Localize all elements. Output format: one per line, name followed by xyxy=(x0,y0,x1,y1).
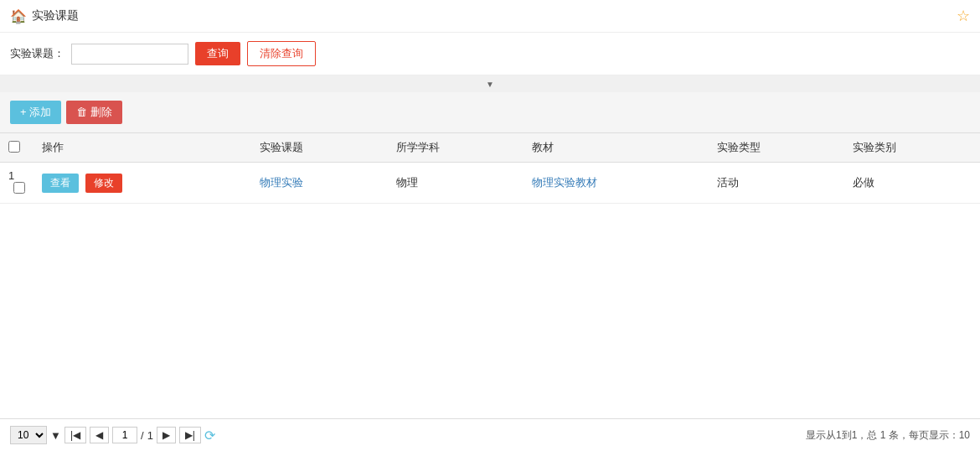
query-button[interactable]: 查询 xyxy=(195,42,240,65)
next-page-button[interactable]: ▶ xyxy=(157,427,176,443)
prev-page-button[interactable]: ◀ xyxy=(90,427,109,443)
page-info: 显示从1到1，总 1 条，每页显示：10 xyxy=(806,428,970,443)
page-separator: / xyxy=(141,429,144,442)
row-textbook-cell: 物理实验教材 xyxy=(524,163,709,204)
th-textbook: 教材 xyxy=(524,133,709,163)
table-wrapper: 操作 实验课题 所学学科 教材 实验类型 实验类别 1 查看 修改 物理实验 物… xyxy=(0,133,980,204)
page-size-arrow: ▼ xyxy=(50,429,61,442)
delete-button[interactable]: 🗑 删除 xyxy=(66,101,122,124)
toolbar: + 添加 🗑 删除 xyxy=(0,92,980,133)
refresh-button[interactable]: ⟳ xyxy=(204,428,215,443)
footer: 102050 ▼ |◀ ◀ / 1 ▶ ▶| ⟳ 显示从1到1，总 1 条，每页… xyxy=(0,418,980,451)
search-label: 实验课题： xyxy=(10,46,64,61)
page-title: 实验课题 xyxy=(32,8,79,23)
th-subject: 所学学科 xyxy=(388,133,524,163)
experiment-name-link[interactable]: 物理实验 xyxy=(260,176,303,189)
row-index-cell: 1 xyxy=(0,163,34,204)
data-table: 操作 实验课题 所学学科 教材 实验类型 实验类别 1 查看 修改 物理实验 物… xyxy=(0,133,980,204)
add-button[interactable]: + 添加 xyxy=(10,101,61,124)
home-icon: 🏠 xyxy=(10,8,27,24)
table-header-row: 操作 实验课题 所学学科 教材 实验类型 实验类别 xyxy=(0,133,980,163)
row-action-cell: 查看 修改 xyxy=(34,163,251,204)
row-category-cell: 必做 xyxy=(844,163,980,204)
total-pages: 1 xyxy=(147,429,153,442)
view-button[interactable]: 查看 xyxy=(42,174,79,193)
star-icon[interactable]: ☆ xyxy=(957,7,970,25)
collapse-bar[interactable]: ▼ xyxy=(0,75,980,92)
page-size-select[interactable]: 102050 xyxy=(10,426,47,444)
row-number: 1 xyxy=(8,169,14,182)
edit-button[interactable]: 修改 xyxy=(85,174,122,193)
pagination-left: 102050 ▼ |◀ ◀ / 1 ▶ ▶| ⟳ xyxy=(10,426,215,444)
current-page-input[interactable] xyxy=(112,427,137,443)
th-checkbox xyxy=(0,133,34,163)
select-all-checkbox[interactable] xyxy=(8,141,20,153)
first-page-button[interactable]: |◀ xyxy=(64,427,86,443)
page-header: 🏠 实验课题 ☆ xyxy=(0,0,980,33)
th-category: 实验类别 xyxy=(844,133,980,163)
last-page-button[interactable]: ▶| xyxy=(179,427,201,443)
row-type-cell: 活动 xyxy=(709,163,844,204)
row-subject-cell: 物理 xyxy=(388,163,524,204)
row-name-cell: 物理实验 xyxy=(251,163,387,204)
search-input[interactable] xyxy=(71,44,188,65)
th-type: 实验类型 xyxy=(709,133,844,163)
th-name: 实验课题 xyxy=(251,133,387,163)
th-action: 操作 xyxy=(34,133,251,163)
search-bar: 实验课题： 查询 清除查询 xyxy=(0,33,980,75)
row-checkbox[interactable] xyxy=(13,182,25,194)
collapse-arrow-icon: ▼ xyxy=(486,80,494,89)
textbook-link[interactable]: 物理实验教材 xyxy=(532,176,597,189)
clear-query-button[interactable]: 清除查询 xyxy=(247,41,316,66)
table-row: 1 查看 修改 物理实验 物理 物理实验教材 活动 必做 xyxy=(0,163,980,204)
